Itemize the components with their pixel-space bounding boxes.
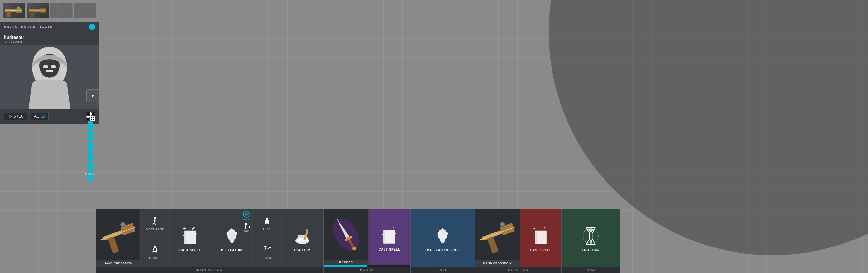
ready-sub-button[interactable]: ready [242,210,251,221]
pip-3 [88,142,93,150]
shove-label: shove [261,257,272,260]
svg-point-60 [266,221,268,222]
svg-point-13 [51,65,56,68]
hide-label: hide [263,228,271,231]
svg-line-34 [154,219,155,223]
svg-point-38 [154,246,156,248]
svg-line-54 [245,226,248,226]
pip-1 [88,121,93,130]
svg-rect-22 [91,117,92,118]
hand-crossbow-main-button[interactable]: 9 [96,209,141,267]
side-actions-col: disengage dodge [141,209,169,267]
use-feature-main-icon [221,225,243,247]
svg-rect-40 [184,231,196,244]
dash-sub-button[interactable]: dash [242,221,251,232]
shove-icon [262,245,272,256]
left-panel: SAVES / SKILLS / TOOLS ✕ hudtester lvl 1… [0,0,99,273]
svg-text:✦: ✦ [393,226,394,228]
bonus-action-section: DAGGER ✦ ✦ ✦ ✦ CAST SPELL [324,209,411,273]
skills-header-text: SAVES / SKILLS / TOOLS [4,25,53,29]
portrait-svg [26,45,73,109]
cast-spell-main-icon: ✦ ✦ ✦ ✦ [179,225,202,247]
svg-text:✦: ✦ [544,227,546,229]
svg-point-14 [46,70,53,72]
weapon-slot-3-icon [51,3,72,18]
use-feature-free-button[interactable]: USE FEATURE FREE [411,209,474,267]
svg-rect-94 [535,231,536,244]
weapon-slot-2-icon [27,3,49,18]
qr-icon[interactable] [86,112,95,121]
char-name: hudtester [4,35,95,40]
hand-crossbow-reaction-button[interactable]: 9 HAND CROSSBOW [475,209,520,267]
bonus-progress-bar [324,265,367,267]
dodge-label: dodge [149,257,161,260]
cast-spell-bonus-label: CAST SPELL [378,248,400,252]
svg-point-12 [43,65,48,68]
hide-icon [262,216,272,227]
svg-rect-80 [383,230,385,244]
ac-value: 16 [41,114,45,118]
weapon-slot-3[interactable] [50,3,73,19]
disengage-label: disengage [146,228,164,231]
reaction-action-section: 9 HAND CROSSBOW [475,209,562,273]
svg-text:✦: ✦ [533,227,535,230]
char-info: hudtester lvl 1 Wizard [0,32,99,45]
end-turn-button[interactable]: END TURN [562,209,620,267]
svg-text:✦: ✦ [533,234,535,236]
svg-text:✦: ✦ [546,233,548,235]
skills-header: SAVES / SKILLS / TOOLS ✕ [0,22,99,32]
svg-rect-8 [30,11,34,16]
weapon-bg [96,209,140,267]
dagger-button[interactable]: DAGGER [324,209,369,265]
end-turn-icon [580,225,602,247]
action-bar: 9 [96,209,868,273]
dagger-bg [324,209,368,265]
hp-label: HP [7,114,14,118]
dodge-button[interactable]: dodge [141,238,169,267]
use-feature-free-icon [431,225,454,247]
reaction-section-label: REACTION [475,267,561,273]
cast-spell-reaction-button[interactable]: ✦ ✦ ✦ ✦ CAST SPELL [520,209,561,267]
weapon-slot-4[interactable] [74,3,97,19]
hide-button[interactable]: hide [253,209,281,238]
end-turn-label: END TURN [582,248,600,252]
weapon-slot-1[interactable] [3,3,25,19]
cast-spell-main-button[interactable]: ✦ ✦ ✦ ✦ CAST SPELL [169,209,211,267]
svg-line-37 [154,223,156,225]
svg-text:✦: ✦ [196,233,197,235]
main-action-section: 9 [96,209,324,273]
dagger-label: DAGGER [339,261,353,264]
cast-spell-bonus-button[interactable]: ✦ ✦ ✦ ✦ CAST SPELL [369,209,410,265]
svg-text:✦: ✦ [395,233,396,234]
dodge-icon [150,245,159,256]
svg-rect-23 [93,117,94,118]
svg-point-4 [17,6,20,9]
svg-point-58 [266,217,268,219]
hand-crossbow-reaction-label: HAND CROSSBOW [483,262,512,265]
svg-point-52 [245,223,247,225]
svg-rect-93 [535,231,547,244]
use-feature-main-button[interactable]: ready dash [211,209,253,267]
hand-crossbow-main-label: HAND CROSSBOW [104,262,132,265]
disengage-button[interactable]: disengage [141,209,169,238]
weapon-slot-2[interactable] [27,3,49,19]
sub-actions: ready dash [242,210,251,232]
dropdown-button[interactable]: ▼ [86,89,99,102]
svg-line-62 [265,248,266,251]
crossbow-reaction-bg [475,209,520,267]
stats-bar: HP 5 / 10 AC 16 [0,109,99,124]
svg-line-66 [269,249,271,250]
hp-value: 5 / 10 [14,114,23,118]
svg-text:✦: ✦ [193,227,195,229]
cast-spell-reaction-icon: ✦ ✦ ✦ ✦ [529,225,552,247]
svg-rect-19 [92,113,94,115]
skills-close-button[interactable]: ✕ [89,24,95,30]
use-item-button[interactable]: USE ITEM [282,209,323,267]
svg-rect-25 [93,119,94,120]
svg-rect-79 [383,230,395,244]
svg-rect-21 [87,118,89,120]
shove-button[interactable]: shove [253,238,281,267]
hp-display: HP 5 / 10 [4,112,27,120]
svg-text:✦: ✦ [382,227,384,230]
main-action-label: MAIN ACTION [96,267,323,273]
